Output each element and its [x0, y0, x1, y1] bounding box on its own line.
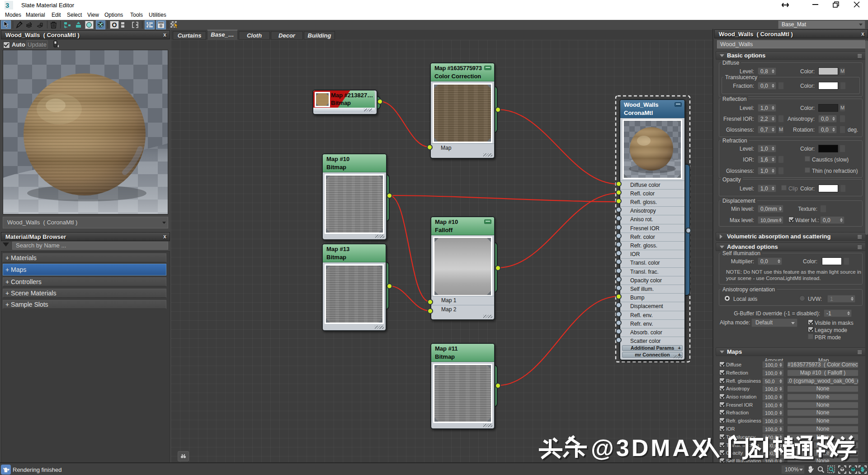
svg-text:@3DMAX: @3DMAX [591, 435, 710, 461]
